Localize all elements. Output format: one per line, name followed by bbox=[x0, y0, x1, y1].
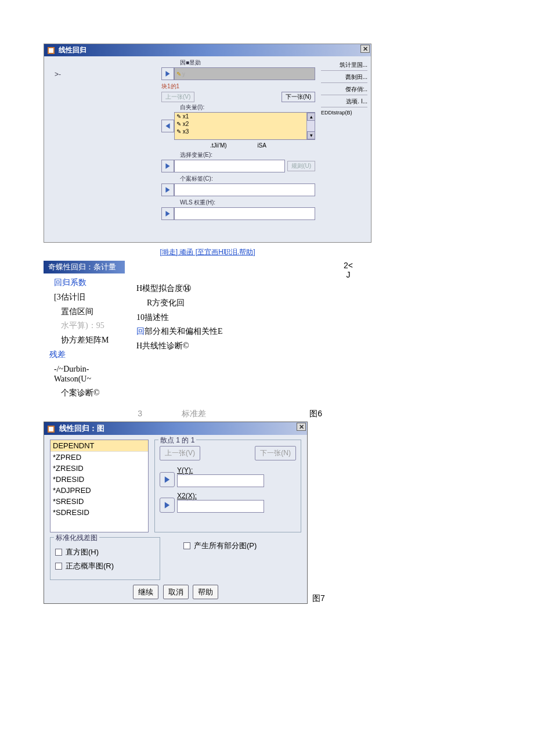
covmat-option: 协方差矩阵M bbox=[61, 336, 125, 345]
collinearity-option: H共线性诊断© bbox=[136, 341, 490, 351]
residuals-heading: 残差 bbox=[49, 350, 125, 360]
save-button[interactable]: 傑存俏:.. bbox=[321, 84, 367, 95]
move-case-button[interactable] bbox=[161, 183, 174, 196]
all-partial-checkbox[interactable]: 产生所有部分图(P) bbox=[183, 541, 301, 551]
next-block-button[interactable]: 下一张(N) bbox=[282, 92, 315, 102]
statistics-block: 奇蝶性回归：条计量 回归系数 [3估计旧 置信区间 水平算)：95 协方差矩阵M… bbox=[44, 261, 490, 403]
move-dependent-button[interactable] bbox=[161, 67, 174, 80]
list-item[interactable]: *ADJPRED bbox=[50, 485, 148, 496]
dlg1-footer: [塒走] 顽函 [至宜画H职泪.帮助] bbox=[44, 247, 371, 257]
durbin-watson-option: -/~Durbin-Watson(U~ bbox=[54, 365, 125, 384]
checkbox-icon bbox=[183, 542, 190, 549]
y-axis-label: Y(Y): bbox=[177, 466, 264, 474]
dlg2-titlebar[interactable]: 线性回归：图 ✕ bbox=[44, 422, 307, 435]
next-scatter-button[interactable]: 下一张(N) bbox=[255, 446, 296, 460]
dlg1-titlebar[interactable]: 线性回归 ✕ bbox=[44, 44, 371, 56]
prev-block-button[interactable]: 上一张(V) bbox=[161, 92, 194, 102]
options-button[interactable]: 选顼. I... bbox=[321, 96, 367, 107]
std-dev-label: 标准差 bbox=[142, 409, 206, 419]
move-selection-button[interactable] bbox=[161, 160, 174, 172]
pencil-icon: ✎ bbox=[176, 113, 181, 120]
top-x: 2< bbox=[344, 261, 353, 270]
scatter-frame-title: 散点 1 的 1 bbox=[158, 435, 196, 445]
selection-label: 选择变量(E): bbox=[180, 151, 315, 159]
list-item[interactable]: *SDRESID bbox=[50, 507, 148, 518]
plot-variable-list[interactable]: DEPENDNT *ZPRED *ZRESID *DRESID *ADJPRED… bbox=[50, 440, 149, 532]
app-icon bbox=[48, 426, 55, 433]
top-j: J bbox=[347, 270, 351, 279]
outlier-threshold: 3 bbox=[44, 409, 142, 419]
footer-links[interactable]: [塒走] 顽函 [至宜画H职泪.帮助] bbox=[160, 248, 255, 256]
x-axis-label: X2(X): bbox=[177, 492, 264, 500]
normal-prob-label: 正态概率图(R) bbox=[66, 561, 114, 571]
plots-button[interactable]: 薨剝田... bbox=[321, 72, 367, 83]
rule-button[interactable]: 规则(U) bbox=[287, 161, 315, 171]
selection-field[interactable] bbox=[174, 160, 285, 172]
list-item[interactable]: *ZPRED bbox=[50, 452, 148, 463]
dependent-value: y bbox=[182, 71, 185, 77]
case-label-field[interactable] bbox=[174, 183, 315, 196]
model-fit-option: H模型拟合度⑭ bbox=[136, 284, 490, 294]
dlg2-title: 线性回归：图 bbox=[59, 424, 104, 433]
right-button-panel: 筑计里国... 薨剝田... 傑存俏:.. 选顼. I... EDDtstrap… bbox=[321, 60, 367, 118]
estimates-option: [3估计旧 bbox=[54, 293, 125, 303]
move-independent-button[interactable] bbox=[161, 120, 174, 132]
indep-item: x1 bbox=[183, 113, 189, 120]
indep-item: x2 bbox=[183, 121, 189, 127]
list-item[interactable]: *DRESID bbox=[50, 474, 148, 485]
rsqchange-option: R方变化回 bbox=[147, 298, 490, 308]
all-partial-label: 产生所有部分图(P) bbox=[194, 541, 257, 551]
list-item-selected[interactable]: DEPENDNT bbox=[50, 440, 148, 452]
close-icon[interactable]: ✕ bbox=[360, 45, 370, 53]
figure7-label: 图7 bbox=[312, 593, 325, 604]
histogram-checkbox[interactable]: 直方图(H) bbox=[55, 547, 155, 557]
close-icon[interactable]: ✕ bbox=[297, 423, 306, 431]
pencil-icon: ✎ bbox=[176, 121, 181, 127]
scroll-up-icon[interactable]: ▴ bbox=[307, 113, 315, 121]
left-marker: >- bbox=[55, 70, 61, 78]
normal-prob-checkbox[interactable]: 正态概率图(R) bbox=[55, 561, 155, 571]
scatter-frame: 散点 1 的 1 上一张(V) 下一张(N) Y(Y): bbox=[154, 440, 301, 532]
prev-scatter-button[interactable]: 上一张(V) bbox=[160, 446, 200, 460]
x-axis-field[interactable] bbox=[177, 500, 264, 513]
std-resid-frame-title: 标准化残差图 bbox=[54, 533, 99, 543]
list-item[interactable]: *ZRESID bbox=[50, 463, 148, 474]
method-label: .tJii'M) bbox=[210, 142, 227, 149]
scrollbar[interactable]: ▴ ▾ bbox=[306, 113, 315, 139]
reg-coef-heading: 回归系数 bbox=[54, 278, 125, 288]
dependent-field[interactable]: ✎ y bbox=[174, 67, 315, 80]
indep-item: x3 bbox=[183, 128, 189, 135]
y-axis-field[interactable] bbox=[177, 474, 264, 487]
figure6-label: 图6 bbox=[206, 409, 322, 419]
wls-field[interactable] bbox=[174, 207, 315, 220]
ci-option: 置信区间 bbox=[61, 307, 125, 317]
app-icon bbox=[48, 47, 55, 54]
move-y-button[interactable] bbox=[160, 472, 175, 487]
list-item[interactable]: *SRESID bbox=[50, 496, 148, 507]
dependent-label: 因■昱勋 bbox=[180, 59, 315, 67]
linear-regression-dialog: 线性回归 ✕ >- 筑计里国... 薨剝田... 傑存俏:.. 选顼. I...… bbox=[44, 44, 371, 243]
block-label: 块1的1 bbox=[161, 82, 315, 91]
continue-button[interactable]: 继续 bbox=[133, 585, 158, 599]
histogram-label: 直方图(H) bbox=[66, 547, 99, 557]
pencil-icon: ✎ bbox=[176, 71, 181, 77]
statistics-button[interactable]: 筑计里国... bbox=[321, 60, 367, 71]
stats-title: 奇蝶性回归：条计量 bbox=[44, 261, 125, 273]
move-x-button[interactable] bbox=[160, 498, 175, 513]
plots-dialog: 线性回归：图 ✕ DEPENDNT *ZPRED *ZRESID *DRESID… bbox=[44, 422, 308, 604]
independent-list[interactable]: ✎ x1 ✎ x2 ✎ x3 ▴ ▾ bbox=[174, 112, 315, 140]
descriptives-option: 10描述性 bbox=[136, 313, 490, 323]
checkbox-icon bbox=[55, 549, 62, 556]
case-label-label: 个案标签(C): bbox=[180, 175, 315, 183]
bootstrap-button[interactable]: EDDtstrap(B) bbox=[321, 109, 367, 117]
cancel-button[interactable]: 取消 bbox=[163, 585, 189, 599]
part-corr-option: 回回部分相关和偏相关性E部分相关和偏相关性E bbox=[136, 327, 490, 337]
help-button[interactable]: 帮助 bbox=[193, 585, 218, 599]
dlg1-title: 线性回归 bbox=[59, 46, 86, 54]
level-option: 水平算)：95 bbox=[61, 321, 125, 331]
method-value: iSA bbox=[257, 142, 266, 149]
std-resid-plot-frame: 标准化残差图 直方图(H) 正态概率图(R) bbox=[50, 537, 160, 580]
scroll-down-icon[interactable]: ▾ bbox=[307, 131, 315, 139]
move-wls-button[interactable] bbox=[161, 207, 174, 220]
pencil-icon: ✎ bbox=[176, 128, 181, 135]
